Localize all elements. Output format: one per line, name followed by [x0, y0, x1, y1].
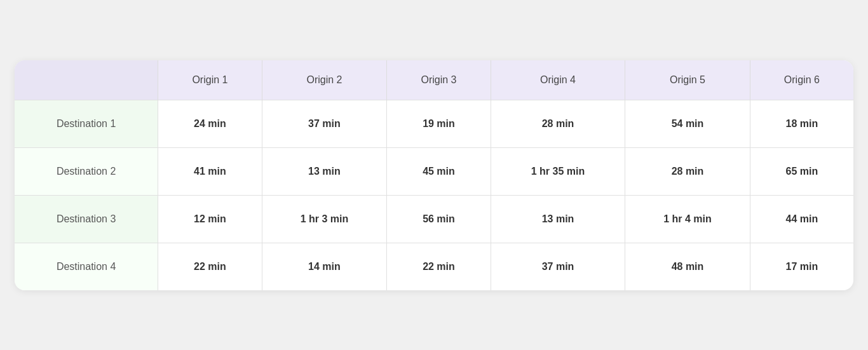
- cell-row1-col6: 18 min: [750, 100, 853, 147]
- table-row: Destination 312 min1 hr 3 min56 min13 mi…: [15, 195, 853, 243]
- header-origin-2: Origin 2: [262, 60, 386, 100]
- cell-row4-col1: 22 min: [158, 243, 262, 290]
- header-origin-6: Origin 6: [750, 60, 853, 100]
- cell-row4-col5: 48 min: [625, 243, 750, 290]
- table-row: Destination 241 min13 min45 min1 hr 35 m…: [15, 147, 853, 195]
- cell-row2-col3: 45 min: [387, 147, 491, 195]
- cell-row2-col5: 28 min: [625, 147, 750, 195]
- destination-label-4: Destination 4: [15, 243, 158, 290]
- cell-row1-col4: 28 min: [491, 100, 625, 147]
- travel-time-table: Origin 1 Origin 2 Origin 3 Origin 4 Orig…: [15, 60, 853, 290]
- cell-row3-col2: 1 hr 3 min: [262, 195, 386, 243]
- cell-row2-col4: 1 hr 35 min: [491, 147, 625, 195]
- destination-label-3: Destination 3: [15, 195, 158, 243]
- table-row: Destination 124 min37 min19 min28 min54 …: [15, 100, 853, 147]
- header-origin-3: Origin 3: [387, 60, 491, 100]
- header-row: Origin 1 Origin 2 Origin 3 Origin 4 Orig…: [15, 60, 853, 100]
- header-origin-4: Origin 4: [491, 60, 625, 100]
- cell-row1-col5: 54 min: [625, 100, 750, 147]
- cell-row3-col3: 56 min: [387, 195, 491, 243]
- cell-row2-col2: 13 min: [262, 147, 386, 195]
- cell-row4-col3: 22 min: [387, 243, 491, 290]
- cell-row1-col2: 37 min: [262, 100, 386, 147]
- cell-row3-col6: 44 min: [750, 195, 853, 243]
- destination-label-2: Destination 2: [15, 147, 158, 195]
- cell-row4-col6: 17 min: [750, 243, 853, 290]
- cell-row4-col4: 37 min: [491, 243, 625, 290]
- cell-row3-col1: 12 min: [158, 195, 262, 243]
- cell-row1-col3: 19 min: [387, 100, 491, 147]
- cell-row2-col6: 65 min: [750, 147, 853, 195]
- table-row: Destination 422 min14 min22 min37 min48 …: [15, 243, 853, 290]
- header-origin-5: Origin 5: [625, 60, 750, 100]
- cell-row3-col5: 1 hr 4 min: [625, 195, 750, 243]
- cell-row1-col1: 24 min: [158, 100, 262, 147]
- cell-row3-col4: 13 min: [491, 195, 625, 243]
- destination-label-1: Destination 1: [15, 100, 158, 147]
- header-empty-cell: [15, 60, 158, 100]
- cell-row2-col1: 41 min: [158, 147, 262, 195]
- cell-row4-col2: 14 min: [262, 243, 386, 290]
- header-origin-1: Origin 1: [158, 60, 262, 100]
